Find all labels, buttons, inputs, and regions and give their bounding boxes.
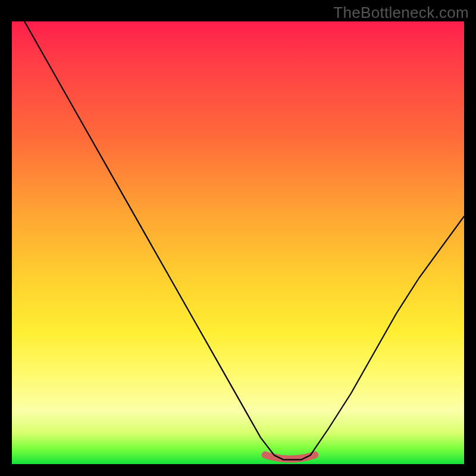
- bottleneck-curve: [12, 21, 464, 460]
- curve-svg: [12, 21, 464, 464]
- plot-area: [12, 21, 464, 464]
- chart-frame: TheBottleneck.com: [0, 0, 476, 476]
- watermark-text: TheBottleneck.com: [333, 4, 469, 22]
